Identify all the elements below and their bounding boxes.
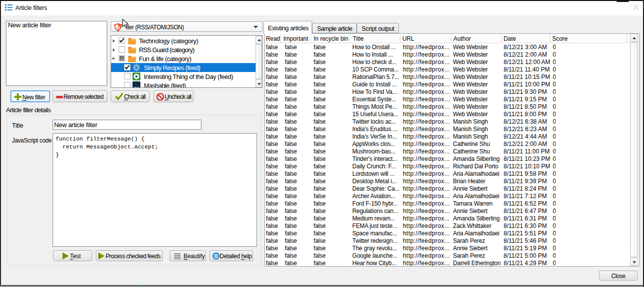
svg-text:M: M (134, 86, 138, 88)
